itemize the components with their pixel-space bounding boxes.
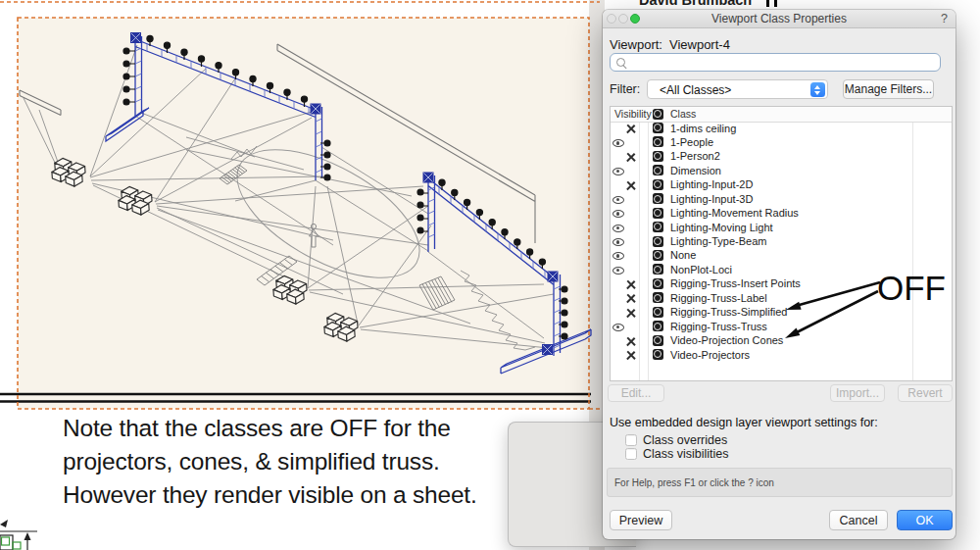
class-icon — [653, 193, 663, 204]
class-visibilities-checkbox[interactable] — [625, 448, 637, 460]
class-name: Video-Projectors — [670, 349, 750, 361]
invisible-x-icon[interactable] — [626, 124, 635, 133]
search-icon — [616, 58, 625, 67]
class-overrides-row[interactable]: Class overrides — [625, 433, 727, 447]
class-row[interactable]: Dimension — [611, 164, 952, 177]
preview-button[interactable]: Preview — [610, 510, 672, 530]
class-row[interactable]: None — [611, 249, 952, 263]
revert-button[interactable]: Revert — [898, 384, 953, 402]
visible-eye-icon[interactable] — [612, 210, 624, 218]
invisible-x-icon[interactable] — [626, 293, 635, 303]
help-button[interactable]: ? — [941, 10, 948, 27]
class-name: Rigging-Truss-Truss — [670, 321, 767, 332]
class-row[interactable]: 1-dims ceiling — [611, 122, 952, 135]
class-name: Lighting-Movement Radius — [670, 207, 799, 219]
class-name: NonPlot-Loci — [670, 264, 732, 275]
class-name: Rigging-Truss-Simplified — [670, 306, 787, 318]
viewport-class-properties-dialog: Viewport Class Properties ? Viewport:Vie… — [603, 10, 956, 539]
class-row[interactable]: NonPlot-Loci — [611, 263, 952, 276]
ok-button[interactable]: OK — [897, 510, 953, 530]
class-visibilities-label: Class visibilities — [643, 447, 729, 461]
manage-filters-button[interactable]: Manage Filters... — [843, 79, 934, 99]
class-icon — [653, 236, 663, 247]
class-row[interactable]: 1-Person2 — [611, 150, 952, 164]
list-header[interactable]: Visibility Class — [611, 107, 952, 123]
visible-eye-icon[interactable] — [612, 324, 624, 331]
visible-eye-icon[interactable] — [612, 267, 624, 275]
invisible-x-icon[interactable] — [626, 336, 635, 346]
search-input[interactable] — [610, 53, 941, 72]
class-name: Dimension — [670, 165, 721, 176]
embedded-settings-label: Use embedded design layer viewport setti… — [610, 416, 878, 429]
class-row[interactable]: Lighting-Input-3D — [611, 192, 952, 206]
visible-eye-icon[interactable] — [612, 238, 624, 246]
invisible-x-icon[interactable] — [626, 350, 635, 360]
visible-eye-icon[interactable] — [612, 196, 624, 204]
import-button[interactable]: Import... — [830, 384, 885, 402]
class-name: Rigging-Truss-Insert Points — [670, 277, 801, 289]
class-icon — [653, 208, 663, 219]
class-name: Lighting-Input-2D — [670, 178, 753, 190]
class-row[interactable]: Lighting-Input-2D — [611, 178, 952, 192]
class-name: 1-People — [670, 136, 713, 148]
class-icon — [653, 349, 663, 360]
note-line: However they render visible on a sheet. — [63, 478, 477, 512]
class-name: Rigging-Truss-Label — [670, 292, 767, 304]
class-attributes-icon — [653, 109, 663, 120]
cancel-button[interactable]: Cancel — [829, 510, 888, 530]
help-bar: For Help, press F1 or click the ? icon — [607, 468, 953, 497]
class-icon — [653, 264, 663, 275]
select-stepper-icon[interactable] — [810, 82, 825, 97]
drawing-tick-mark — [766, 0, 769, 7]
class-name: Lighting-Input-3D — [670, 193, 753, 205]
class-icon — [653, 307, 663, 318]
class-icon — [653, 250, 663, 261]
invisible-x-icon[interactable] — [626, 180, 635, 190]
class-row[interactable]: Lighting-Movement Radius — [611, 207, 952, 221]
visible-eye-icon[interactable] — [612, 168, 624, 175]
viewport-label: Viewport: — [610, 37, 662, 52]
class-icon — [653, 292, 663, 303]
window-minimize-button[interactable] — [618, 14, 628, 24]
class-name: Video-Projection Cones — [670, 334, 783, 346]
class-row[interactable]: Lighting-Moving Light — [611, 221, 952, 234]
window-zoom-button[interactable] — [630, 14, 640, 24]
dialog-title: Viewport Class Properties — [603, 10, 956, 27]
edit-button[interactable]: Edit... — [608, 384, 664, 402]
class-row[interactable]: Rigging-Truss-Label — [611, 291, 952, 305]
class-row[interactable]: Video-Projection Cones — [611, 334, 952, 348]
class-column-header[interactable]: Class — [670, 108, 696, 120]
visible-eye-icon[interactable] — [612, 139, 624, 147]
viewport-name-row: Viewport:Viewport-4 — [610, 37, 730, 52]
class-row[interactable]: Rigging-Truss-Truss — [611, 320, 952, 333]
class-row[interactable]: Video-Projectors — [611, 348, 952, 362]
note-text: Note that the classes are OFF for the pr… — [63, 412, 477, 512]
class-row[interactable]: Lighting-Type-Beam — [611, 235, 952, 249]
class-row[interactable]: Rigging-Truss-Simplified — [611, 306, 952, 320]
class-name: 1-dims ceiling — [670, 123, 736, 134]
class-visibility-list[interactable]: Visibility Class 1-dims ceiling 1-People… — [610, 106, 953, 381]
class-row[interactable]: 1-People — [611, 135, 952, 149]
invisible-x-icon[interactable] — [626, 308, 635, 318]
window-close-button[interactable] — [607, 14, 616, 24]
invisible-x-icon[interactable] — [626, 152, 635, 162]
filter-label: Filter: — [610, 82, 640, 96]
class-icon — [653, 321, 663, 331]
class-visibilities-row[interactable]: Class visibilities — [625, 447, 729, 461]
dialog-titlebar[interactable]: Viewport Class Properties ? — [603, 10, 956, 28]
class-overrides-checkbox[interactable] — [625, 434, 637, 446]
class-icon — [653, 335, 663, 346]
invisible-x-icon[interactable] — [626, 279, 635, 289]
filter-select[interactable]: <All Classes> — [647, 79, 828, 99]
note-line: projectors, cones, & simplified truss. — [63, 445, 477, 478]
corner-detail-drawing — [0, 520, 37, 550]
viewport-value: Viewport-4 — [669, 37, 730, 52]
visible-eye-icon[interactable] — [612, 252, 624, 260]
class-row[interactable]: Rigging-Truss-Insert Points — [611, 277, 952, 291]
visible-eye-icon[interactable] — [612, 225, 624, 232]
class-name: Lighting-Moving Light — [670, 222, 773, 233]
visibility-column-header[interactable]: Visibility — [614, 108, 652, 120]
class-icon — [653, 222, 663, 232]
viewport-area — [18, 18, 589, 409]
class-name: 1-Person2 — [670, 150, 720, 162]
